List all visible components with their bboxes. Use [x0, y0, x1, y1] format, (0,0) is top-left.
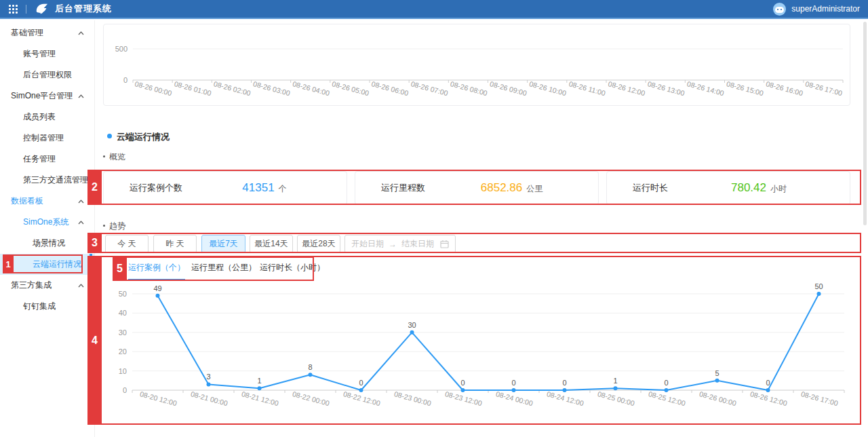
sidebar-item-controller-mgmt[interactable]: 控制器管理	[0, 128, 94, 149]
svg-text:50: 50	[119, 290, 127, 298]
username: superAdministrator	[791, 4, 860, 14]
stat-card-case-count: 运行案例个数 41351 个	[103, 171, 347, 205]
svg-text:08-26 11:00: 08-26 11:00	[568, 79, 607, 97]
hourly-line-chart: 050008-26 00:0008-26 01:0008-26 02:0008-…	[104, 24, 850, 105]
stat-card-mileage: 运行里程数 6852.86 公里	[355, 171, 599, 205]
svg-text:10: 10	[119, 367, 127, 375]
trend-line-chart: 0102030405008-20 12:0008-21 00:0008-21 1…	[102, 280, 854, 426]
svg-text:8: 8	[308, 363, 312, 371]
stat-label: 运行时长	[633, 182, 668, 194]
svg-text:08-26 03:00: 08-26 03:00	[252, 79, 291, 97]
sidebar-item-third-party-traffic-mgmt[interactable]: 第三方交通流管理	[0, 170, 94, 191]
stat-label: 运行案例个数	[130, 182, 182, 194]
svg-text:0: 0	[460, 379, 465, 387]
svg-text:40: 40	[119, 309, 127, 317]
svg-text:08-22 12:00: 08-22 12:00	[342, 390, 381, 407]
svg-text:0: 0	[359, 379, 363, 387]
stat-unit: 小时	[770, 183, 787, 195]
svg-text:08-26 12:00: 08-26 12:00	[607, 79, 646, 97]
svg-text:49: 49	[153, 284, 161, 292]
date-range-picker[interactable]: 开始日期 → 结束日期	[344, 235, 456, 253]
sidebar: 基础管理 账号管理 后台管理权限 SimOne平台管理 成员列表 控制器管理 任…	[0, 20, 95, 437]
stat-value: 6852.86	[481, 181, 522, 195]
sidebar-item-simone-system[interactable]: SimOne系统	[0, 212, 94, 233]
svg-text:08-21 12:00: 08-21 12:00	[241, 390, 279, 407]
stat-unit: 公里	[526, 183, 542, 195]
date-range-arrow-icon: →	[389, 240, 397, 249]
user-avatar	[773, 3, 786, 16]
sidebar-item-admin-permission[interactable]: 后台管理权限	[0, 64, 94, 86]
apps-grid-icon[interactable]	[9, 5, 18, 14]
sidebar-item-scene-status[interactable]: 场景情况	[0, 233, 94, 254]
sidebar-item-data-dashboard[interactable]: 数据看板	[0, 191, 94, 212]
tab-run-mileage[interactable]: 运行里程（公里）	[191, 262, 256, 279]
svg-text:500: 500	[115, 45, 127, 53]
logo-icon	[35, 3, 50, 15]
stat-value: 41351	[242, 181, 274, 195]
sidebar-item-task-mgmt[interactable]: 任务管理	[0, 149, 94, 170]
svg-text:08-23 12:00: 08-23 12:00	[444, 390, 483, 407]
stat-unit: 个	[279, 183, 287, 195]
svg-text:08-26 07:00: 08-26 07:00	[410, 79, 449, 97]
svg-text:08-23 00:00: 08-23 00:00	[393, 390, 432, 407]
svg-text:50: 50	[814, 282, 823, 290]
svg-text:08-26 15:00: 08-26 15:00	[726, 79, 764, 97]
svg-text:08-26 04:00: 08-26 04:00	[292, 79, 330, 97]
sidebar-item-member-list[interactable]: 成员列表	[0, 107, 94, 128]
trend-bullet-icon	[103, 225, 105, 227]
svg-text:08-26 00:00: 08-26 00:00	[134, 79, 172, 97]
sidebar-item-base-mgmt[interactable]: 基础管理	[0, 22, 94, 43]
filter-last7days-button[interactable]: 最近7天	[201, 235, 245, 253]
tab-run-cases[interactable]: 运行案例（个）	[128, 262, 185, 280]
svg-text:0: 0	[123, 76, 127, 84]
scrollbar-thumb[interactable]	[863, 22, 867, 225]
stat-value: 780.42	[731, 181, 766, 195]
filter-last28days-button[interactable]: 最近28天	[297, 235, 340, 253]
svg-text:08-24 12:00: 08-24 12:00	[546, 390, 585, 407]
sidebar-item-account-mgmt[interactable]: 账号管理	[0, 43, 94, 64]
svg-text:30: 30	[408, 321, 416, 329]
svg-text:08-26 00:00: 08-26 00:00	[698, 390, 737, 407]
trend-chart-area: 0102030405008-20 12:0008-21 00:0008-21 1…	[102, 280, 854, 426]
svg-text:08-26 06:00: 08-26 06:00	[370, 79, 409, 97]
svg-text:08-24 00:00: 08-24 00:00	[495, 390, 534, 407]
app-title: 后台管理系统	[55, 3, 112, 15]
stat-label: 运行里程数	[381, 182, 425, 194]
sidebar-item-dingtalk-integration[interactable]: 钉钉集成	[0, 296, 94, 317]
svg-text:1: 1	[613, 377, 617, 385]
hourly-chart-card: 050008-26 00:0008-26 01:0008-26 02:0008-…	[103, 24, 850, 106]
svg-text:08-26 10:00: 08-26 10:00	[528, 79, 567, 97]
trend-label: 趋势	[109, 221, 125, 232]
svg-text:0: 0	[562, 379, 566, 387]
svg-text:0: 0	[511, 379, 515, 387]
svg-text:08-26 08:00: 08-26 08:00	[450, 79, 488, 97]
calendar-icon	[440, 240, 449, 248]
overview-bullet-icon	[103, 155, 105, 157]
sidebar-item-third-party-integration[interactable]: 第三方集成	[0, 275, 94, 296]
section-title: 云端运行情况	[117, 131, 170, 143]
svg-text:5: 5	[715, 369, 719, 377]
sidebar-item-cloud-run-status[interactable]: 云端运行情况	[0, 254, 94, 275]
section-bullet-icon	[107, 134, 112, 138]
tab-run-duration[interactable]: 运行时长（小时）	[260, 262, 325, 279]
caret-up-icon	[78, 94, 84, 98]
svg-text:08-20 12:00: 08-20 12:00	[139, 390, 178, 407]
app-header: 后台管理系统 superAdministrator	[0, 0, 868, 19]
caret-up-icon	[78, 221, 84, 225]
user-menu[interactable]: superAdministrator	[773, 0, 860, 18]
svg-text:0: 0	[664, 379, 668, 387]
svg-text:08-21 00:00: 08-21 00:00	[190, 390, 229, 407]
svg-text:08-26 12:00: 08-26 12:00	[749, 390, 788, 407]
svg-text:0: 0	[123, 386, 127, 394]
filter-today-button[interactable]: 今 天	[105, 235, 149, 253]
svg-text:08-26 01:00: 08-26 01:00	[174, 79, 212, 97]
overview-label: 概览	[109, 151, 125, 163]
filter-last14days-button[interactable]: 最近14天	[250, 235, 293, 253]
svg-text:08-25 12:00: 08-25 12:00	[648, 390, 686, 407]
filter-yesterday-button[interactable]: 昨 天	[153, 235, 197, 253]
header-divider	[26, 5, 26, 14]
sidebar-item-simone-platform-mgmt[interactable]: SimOne平台管理	[0, 86, 94, 107]
svg-text:0: 0	[766, 379, 770, 387]
svg-text:08-26 17:00: 08-26 17:00	[804, 79, 843, 97]
stat-card-duration: 运行时长 780.42 小时	[606, 171, 850, 205]
